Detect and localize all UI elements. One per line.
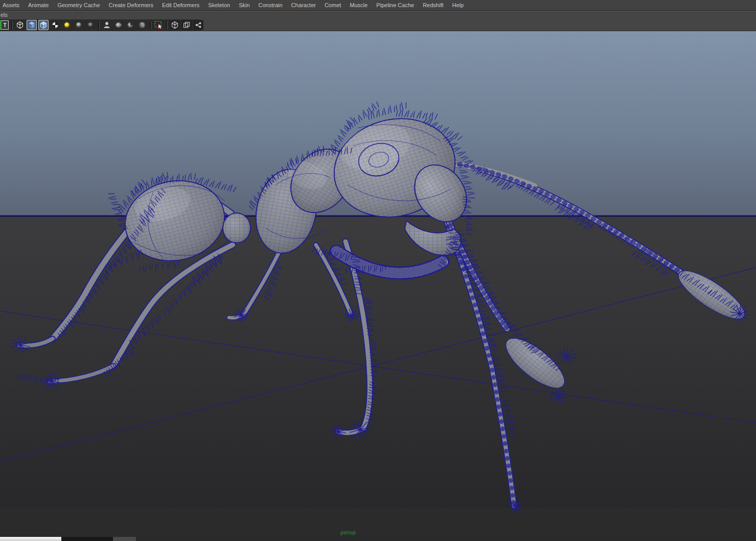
toolbar-separator bbox=[150, 21, 151, 29]
menu-animate[interactable]: Animate bbox=[28, 0, 49, 11]
menu-pipeline-cache[interactable]: Pipeline Cache bbox=[376, 0, 415, 11]
xray-joints-sphere-icon[interactable] bbox=[113, 20, 124, 30]
range-slider-track bbox=[136, 537, 756, 541]
panel-toolbar-area: els T bbox=[0, 11, 756, 31]
toolbar-separator bbox=[98, 21, 99, 29]
menu-character[interactable]: Character bbox=[291, 0, 316, 11]
menu-geometry-cache[interactable]: Geometry Cache bbox=[57, 0, 100, 11]
viewport-3d[interactable]: persp bbox=[0, 31, 756, 537]
multi-pane-icon[interactable] bbox=[181, 20, 192, 30]
time-slider-strip bbox=[0, 537, 756, 541]
use-all-lights-icon[interactable] bbox=[62, 20, 72, 30]
menu-constrain[interactable]: Constrain bbox=[258, 0, 283, 11]
menu-bar: Assets Animate Geometry Cache Create Def… bbox=[0, 0, 756, 11]
smooth-shaded-cube-icon[interactable] bbox=[27, 20, 37, 30]
node-graph-icon[interactable] bbox=[193, 20, 203, 30]
menu-create-deformers[interactable]: Create Deformers bbox=[108, 0, 154, 11]
menu-skin[interactable]: Skin bbox=[238, 0, 250, 11]
toolbar-separator bbox=[166, 21, 167, 29]
panels-menu-truncated[interactable]: els bbox=[1, 12, 8, 19]
range-slider-thumb[interactable] bbox=[0, 537, 61, 541]
menu-help[interactable]: Help bbox=[452, 0, 465, 11]
viewport-toolbar: T bbox=[0, 19, 199, 31]
menu-redshift[interactable]: Redshift bbox=[422, 0, 444, 11]
partial-letter-t-icon[interactable]: T bbox=[0, 20, 9, 30]
range-slider-segment[interactable] bbox=[113, 537, 136, 541]
ambient-occlusion-sphere-icon[interactable] bbox=[85, 20, 96, 30]
menu-assets[interactable]: Assets bbox=[2, 0, 20, 11]
camera-name-label: persp bbox=[340, 529, 356, 535]
isolate-select-icon[interactable] bbox=[153, 20, 164, 30]
menu-comet[interactable]: Comet bbox=[324, 0, 341, 11]
motion-blur-cube-icon[interactable] bbox=[137, 20, 147, 30]
textured-checker-sphere-icon[interactable] bbox=[50, 20, 60, 30]
shadows-sphere-icon[interactable] bbox=[74, 20, 84, 30]
menu-muscle[interactable]: Muscle bbox=[349, 0, 368, 11]
viewport-canvas[interactable] bbox=[0, 31, 756, 537]
menu-skeleton[interactable]: Skeleton bbox=[208, 0, 231, 11]
wireframe-on-shaded-icon[interactable] bbox=[38, 20, 49, 30]
wireframe-cube-icon[interactable] bbox=[15, 20, 25, 30]
xray-person-icon[interactable] bbox=[102, 20, 112, 30]
maya-window: Assets Animate Geometry Cache Create Def… bbox=[0, 0, 756, 541]
scene-cube-icon[interactable] bbox=[170, 20, 180, 30]
menu-edit-deformers[interactable]: Edit Deformers bbox=[162, 0, 200, 11]
toolbar-separator bbox=[11, 21, 12, 29]
xray-active-components-icon[interactable] bbox=[125, 20, 135, 30]
